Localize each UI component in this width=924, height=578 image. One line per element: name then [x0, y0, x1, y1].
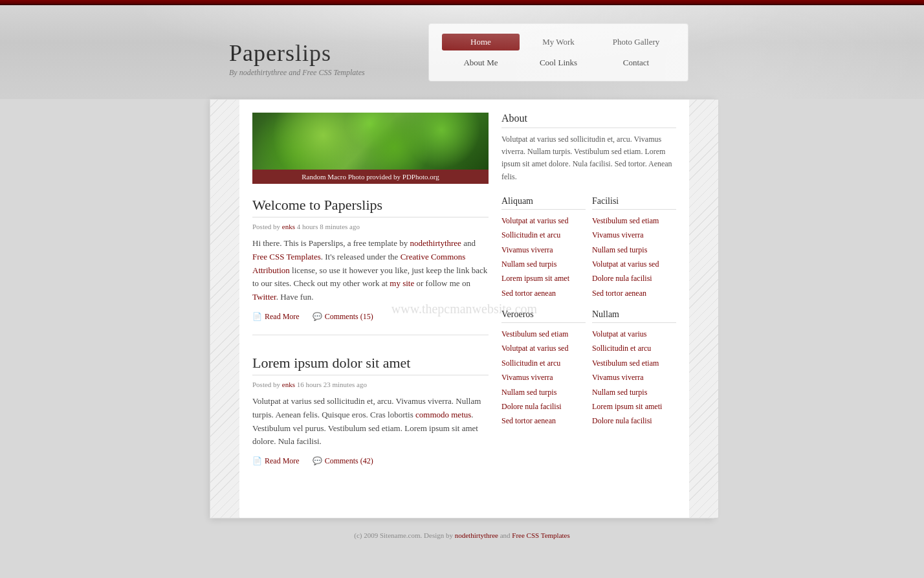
footer: (c) 2009 Sitename.com. Design by nodethi… — [0, 518, 924, 559]
post-1-link-nodethirtythree[interactable]: nodethirtythree — [410, 238, 461, 248]
post-1-comments[interactable]: 💬 Comments (15) — [313, 312, 373, 322]
post-2-meta: Posted by enks 16 hours 23 minutes ago — [252, 381, 489, 388]
sidebar-link[interactable]: Dolore nula facilisi — [592, 414, 676, 427]
hero-image — [252, 113, 489, 170]
sidebar-link[interactable]: Vestibulum sed etiam — [592, 214, 676, 227]
post-1-link-freecss[interactable]: Free CSS Templates — [252, 252, 321, 261]
sidebar-veroeros-title: Veroeros — [501, 309, 586, 323]
sidebar-link[interactable]: Vivamus viverra — [592, 228, 676, 241]
sidebar-link[interactable]: Nullam sed turpis — [501, 386, 586, 399]
sidebar-about: About Volutpat at varius sed sollicitudi… — [501, 113, 676, 183]
sidebar-link[interactable]: Sed tortor aenean — [501, 287, 586, 300]
post-1-body: Hi there. This is Paperslips, a free tem… — [252, 237, 489, 304]
sidebar-link[interactable]: Sollicitudin et arcu — [501, 357, 586, 370]
site-subtitle: By nodethirtythree and Free CSS Template… — [229, 68, 428, 78]
main-content-inner: www.thepcmanwebsite.com Random Macro Pho… — [239, 100, 689, 518]
sidebar-link[interactable]: Nullam sed turpis — [592, 243, 676, 256]
outer-content: www.thepcmanwebsite.com Random Macro Pho… — [210, 99, 714, 518]
read-more-icon-1: 📄 — [252, 312, 262, 322]
hero-image-wrapper: Random Macro Photo provided by PDPhoto.o… — [252, 113, 489, 184]
sidebar-link[interactable]: Volutpat at varius sed — [501, 342, 586, 355]
sidebar-aliquam: Aliquam Volutpat at varius sed Sollicitu… — [501, 196, 586, 300]
sidebar-links-row2: Veroeros Vestibulum sed etiam Volutpat a… — [501, 309, 676, 428]
sidebar-link[interactable]: Nullam sed turpis — [501, 258, 586, 271]
sidebar-link[interactable]: Sed tortor aenean — [592, 287, 676, 300]
sidebar-link[interactable]: Volutpat at varius — [592, 328, 676, 340]
navigation: Home My Work Photo Gallery About Me Cool… — [428, 23, 688, 82]
left-stripe — [210, 100, 239, 518]
post-1: Welcome to Paperslips Posted by enks 4 h… — [252, 197, 489, 335]
post-2-title: Lorem ipsum dolor sit amet — [252, 355, 489, 372]
sidebar-link[interactable]: Dolore nula facilisi — [501, 400, 586, 413]
nav-about-me[interactable]: About Me — [442, 54, 520, 71]
sidebar-link[interactable]: Volutpat at varius sed — [592, 258, 676, 271]
nav-home[interactable]: Home — [442, 34, 520, 50]
comments-icon-2: 💬 — [313, 456, 322, 466]
sidebar-facilisi-title: Facilisi — [592, 196, 676, 210]
post-2-comments[interactable]: 💬 Comments (42) — [313, 456, 373, 466]
hero-caption-text: Random Macro Photo provided by PDPhoto.o… — [302, 173, 439, 181]
sidebar-nullam-title: Nullam — [592, 309, 676, 323]
sidebar-link[interactable]: Nullam sed turpis — [592, 386, 676, 399]
sidebar-nullam: Nullam Volutpat at varius Sollicitudin e… — [592, 309, 676, 428]
main-layout: www.thepcmanwebsite.com Random Macro Pho… — [210, 99, 714, 518]
sidebar-link[interactable]: Lorem ipsum sit ameti — [592, 400, 676, 413]
two-col-layout: Random Macro Photo provided by PDPhoto.o… — [252, 113, 676, 498]
comments-icon-1: 💬 — [313, 312, 322, 322]
sidebar: About Volutpat at varius sed sollicitudi… — [501, 113, 676, 498]
nav-contact[interactable]: Contact — [597, 54, 675, 71]
sidebar-link[interactable]: Dolore nula facilisi — [592, 272, 676, 285]
sidebar-link[interactable]: Vivamus viverra — [592, 371, 676, 384]
post-1-link-twitter[interactable]: Twitter — [252, 292, 276, 302]
right-stripe — [689, 100, 718, 518]
post-2: Lorem ipsum dolor sit amet Posted by enk… — [252, 355, 489, 479]
header: Paperslips By nodethirtythree and Free C… — [0, 5, 924, 99]
footer-link-freecss[interactable]: Free CSS Templates — [512, 531, 569, 539]
sidebar-veroeros: Veroeros Vestibulum sed etiam Volutpat a… — [501, 309, 586, 428]
sidebar-about-title: About — [501, 113, 676, 128]
sidebar-link[interactable]: Vestibulum sed etiam — [592, 357, 676, 370]
post-2-read-more[interactable]: 📄 Read More — [252, 456, 300, 466]
post-2-footer: 📄 Read More 💬 Comments (42) — [252, 456, 489, 466]
read-more-icon-2: 📄 — [252, 456, 262, 466]
site-title-area: Paperslips By nodethirtythree and Free C… — [229, 27, 428, 78]
sidebar-link[interactable]: Sollicitudin et arcu — [592, 342, 676, 355]
post-1-link-mysite[interactable]: my site — [390, 278, 414, 288]
site-title: Paperslips — [229, 39, 428, 67]
sidebar-link[interactable]: Vivamus viverra — [501, 371, 586, 384]
post-1-read-more[interactable]: 📄 Read More — [252, 312, 300, 322]
sidebar-facilisi: Facilisi Vestibulum sed etiam Vivamus vi… — [592, 196, 676, 300]
sidebar-links-row1: Aliquam Volutpat at varius sed Sollicitu… — [501, 196, 676, 300]
top-bar — [0, 0, 924, 5]
sidebar-aliquam-title: Aliquam — [501, 196, 586, 210]
post-2-link-commodo[interactable]: commodo metus — [415, 410, 471, 419]
sidebar-about-text: Volutpat at varius sed sollicitudin et, … — [501, 133, 676, 183]
post-1-author[interactable]: enks — [282, 223, 295, 230]
nav-my-work[interactable]: My Work — [520, 34, 597, 50]
sidebar-link[interactable]: Volutpat at varius sed — [501, 214, 586, 227]
post-1-title: Welcome to Paperslips — [252, 197, 489, 214]
sidebar-link[interactable]: Sed tortor aenean — [501, 414, 586, 427]
nav-grid: Home My Work Photo Gallery About Me Cool… — [442, 34, 675, 71]
post-1-footer: 📄 Read More 💬 Comments (15) — [252, 312, 489, 322]
post-2-body: Volutpat at varius sed sollicitudin et, … — [252, 395, 489, 449]
footer-link-nodethirtythree[interactable]: nodethirtythree — [455, 531, 498, 539]
footer-text: (c) 2009 Sitename.com. Design by — [354, 531, 455, 539]
footer-and: and — [500, 531, 512, 539]
sidebar-link[interactable]: Lorem ipsum sit amet — [501, 272, 586, 285]
nav-cool-links[interactable]: Cool Links — [520, 54, 597, 71]
sidebar-link[interactable]: Vestibulum sed etiam — [501, 328, 586, 340]
main-posts: Random Macro Photo provided by PDPhoto.o… — [252, 113, 489, 498]
hero-caption: Random Macro Photo provided by PDPhoto.o… — [252, 170, 489, 184]
nav-photo-gallery[interactable]: Photo Gallery — [597, 34, 675, 50]
post-1-meta: Posted by enks 4 hours 8 minutes ago — [252, 223, 489, 230]
sidebar-link[interactable]: Sollicitudin et arcu — [501, 228, 586, 241]
post-2-author[interactable]: enks — [282, 381, 295, 388]
sidebar-link[interactable]: Vivamus viverra — [501, 243, 586, 256]
